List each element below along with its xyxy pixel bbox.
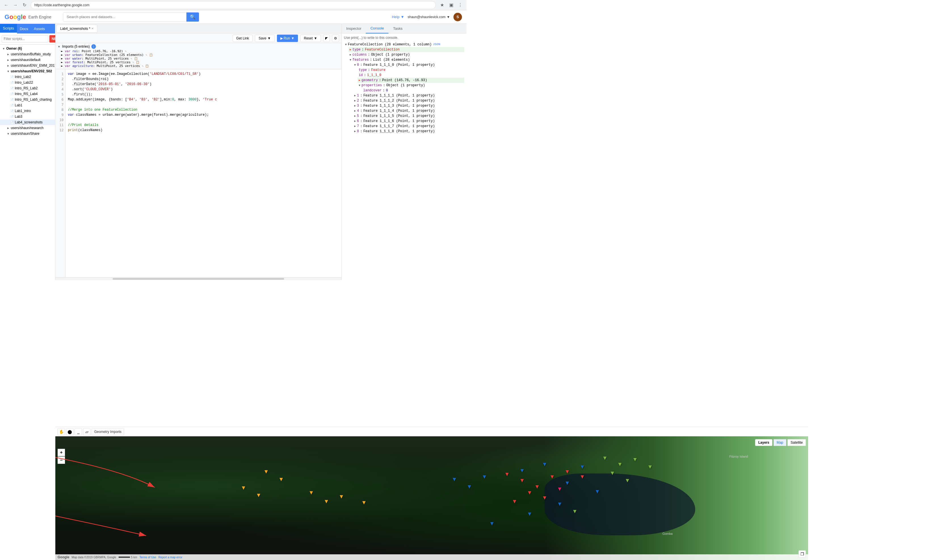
tree-research[interactable]: ► users/shaun/research bbox=[0, 125, 55, 131]
tree-intro-rs-lab2[interactable]: 📄 Intro_RS_Lab2 bbox=[0, 85, 55, 91]
imports-chevron[interactable]: ▼ bbox=[58, 45, 60, 48]
water-edit-icon[interactable]: ✎ bbox=[131, 57, 132, 60]
tree-node-landcover[interactable]: landcover: 0 bbox=[362, 88, 464, 93]
editor-tab-lab4[interactable]: Lab4_screenshots * ✕ bbox=[57, 25, 97, 32]
agriculture-edit-icon[interactable]: ✎ bbox=[142, 65, 143, 68]
search-button[interactable]: 🔍 bbox=[186, 12, 199, 22]
tab-console[interactable]: Console bbox=[366, 24, 388, 34]
tree-val-props: Object (1 property) bbox=[386, 83, 425, 88]
tree-node-f5[interactable]: ► 5: Feature 1_1_1_5 (Point, 1 property) bbox=[353, 114, 464, 118]
tree-node-f4[interactable]: ► 4: Feature 1_1_1_4 (Point, 1 property) bbox=[353, 108, 464, 114]
tree-intro-rs-lab4[interactable]: 📄 Intro_RS_Lab4 bbox=[0, 91, 55, 97]
tree-val-3: Feature 1_1_1_3 (Point, 1 property) bbox=[363, 104, 435, 108]
filter-scripts-input[interactable] bbox=[2, 35, 48, 43]
json-label[interactable]: JSON bbox=[433, 43, 440, 46]
search-input[interactable] bbox=[63, 12, 186, 22]
tree-node-columns[interactable]: ► columns: Object (1 property) bbox=[348, 52, 464, 57]
code-editor[interactable]: 12345 678910 1112 var image = ee.Image(e… bbox=[55, 69, 341, 277]
editor-tabs: Lab4_screenshots * ✕ bbox=[55, 24, 341, 34]
tree-node-type[interactable]: ► type: FeatureCollection bbox=[348, 47, 464, 52]
user-avatar[interactable]: S bbox=[453, 13, 462, 21]
user-email[interactable]: shaun@shaunlevick.com ▼ bbox=[408, 15, 450, 19]
imports-info-icon[interactable]: i bbox=[91, 44, 96, 49]
editor-scrollbar[interactable] bbox=[55, 277, 341, 280]
tree-root-node[interactable]: ▼ FeatureCollection (28 elements, 1 colu… bbox=[344, 42, 464, 47]
tab-docs[interactable]: Docs bbox=[17, 24, 31, 34]
file-icon: 📄 bbox=[10, 104, 14, 107]
header-search[interactable]: 🔍 bbox=[63, 12, 199, 22]
chevron-icon: ► bbox=[7, 126, 10, 130]
tree-val-geom: Point (145.76, -16.93) bbox=[382, 78, 427, 82]
tree-node-feature0-type[interactable]: type: Feature bbox=[357, 68, 464, 72]
code-imports-bar: ▼ Imports (5 entries) i ► var roi: Point… bbox=[55, 43, 341, 69]
tab-inspector[interactable]: Inspector bbox=[342, 24, 366, 34]
forward-button[interactable]: → bbox=[11, 1, 19, 9]
tree-lab1[interactable]: 📄 Lab1 bbox=[0, 102, 55, 108]
tree-lab1-intro[interactable]: 📄 Lab1_intro bbox=[0, 108, 55, 114]
code-text[interactable]: var image = ee.Image(ee.ImageCollection(… bbox=[66, 69, 341, 277]
tree-node-f8[interactable]: ► 8: Feature 1_1_1_8 (Point, 1 property) bbox=[353, 129, 464, 134]
tree-node-feature0[interactable]: ▼ 0: Feature 1_1_1_0 (Point, 1 property) bbox=[353, 62, 464, 68]
tree-node-f6[interactable]: ► 6: Feature 1_1_1_6 (Point, 1 property) bbox=[353, 118, 464, 124]
grid-view-button[interactable]: ◤ bbox=[323, 35, 330, 42]
menu-button[interactable]: ⋮ bbox=[456, 1, 464, 9]
tree-env-emm[interactable]: ► users/shaun/ENV_EMM_2017 bbox=[0, 63, 55, 68]
tree-node-features[interactable]: ▼ features: List (28 elements) bbox=[348, 57, 464, 62]
chevron-icon: ► bbox=[7, 58, 10, 62]
tree-env202[interactable]: ▼ users/shaun/ENV202_502 bbox=[0, 68, 55, 74]
tree-node-f1[interactable]: ► 1: Feature 1_1_1_1 (Point, 1 property) bbox=[353, 93, 464, 98]
reload-button[interactable]: ↻ bbox=[20, 1, 28, 9]
urban-copy-icon[interactable]: 📋 bbox=[149, 53, 152, 57]
tree-intro-lab22[interactable]: 📄 Intro_Lab22 bbox=[0, 80, 55, 85]
tree-lab4-screenshots[interactable]: 📄 Lab4_screenshots bbox=[0, 119, 55, 125]
reset-button[interactable]: Reset ▼ bbox=[300, 35, 321, 42]
file-icon: 📄 bbox=[10, 109, 14, 112]
tree-intro-lab2[interactable]: 📄 Intro_Lab2 bbox=[0, 74, 55, 80]
tree-share[interactable]: ▼ users/shaun/Share bbox=[0, 131, 55, 137]
run-button[interactable]: ▶ Run ▼ bbox=[277, 35, 298, 42]
tree-buffalo-study[interactable]: ► users/shaun/Buffalo_study bbox=[0, 51, 55, 57]
right-panel: Inspector Console Tasks Use print(...) t… bbox=[342, 24, 466, 280]
tab-scripts[interactable]: Scripts bbox=[0, 24, 17, 34]
tree-lab3[interactable]: 📄 Lab3 bbox=[0, 114, 55, 119]
editor-toolbar: Get Link Save ▼ ▶ Run ▼ Reset ▼ ◤ ⚙ bbox=[55, 34, 341, 43]
tree-node-f3[interactable]: ► 3: Feature 1_1_1_3 (Point, 1 property) bbox=[353, 103, 464, 108]
tree-owner-section[interactable]: ▼ Owner (6) bbox=[0, 46, 55, 51]
tree-val-ftype: Feature bbox=[371, 68, 385, 72]
tree-default[interactable]: ► users/shaun/default bbox=[0, 57, 55, 63]
browser-nav: ← → ↻ bbox=[2, 1, 28, 9]
tree-key-7: 7 bbox=[357, 124, 359, 128]
scrollbar-thumb[interactable] bbox=[112, 278, 284, 280]
agriculture-copy-icon[interactable]: 📋 bbox=[145, 65, 149, 68]
expand-icon: ► bbox=[349, 48, 351, 51]
get-link-button[interactable]: Get Link bbox=[232, 35, 253, 42]
water-copy-icon[interactable]: 📋 bbox=[134, 57, 138, 60]
extensions-button[interactable]: ▣ bbox=[447, 1, 455, 9]
left-panel: Scripts Docs Assets NEW ▼ ▼ Owner (6) ► … bbox=[0, 24, 55, 280]
tab-tasks[interactable]: Tasks bbox=[388, 24, 407, 34]
urban-edit-icon[interactable]: ✎ bbox=[146, 53, 147, 57]
tree-node-f7[interactable]: ► 7: Feature 1_1_1_7 (Point, 1 property) bbox=[353, 124, 464, 129]
tree-node-feature0-id[interactable]: id: 1_1_1_0 bbox=[357, 72, 464, 78]
address-bar[interactable]: https://code.earthengine.google.com bbox=[31, 1, 436, 9]
tree-intro-rs-lab5[interactable]: 📄 Intro_RS_Lab5_charting bbox=[0, 97, 55, 102]
url-text: https://code.earthengine.google.com bbox=[34, 3, 89, 7]
back-button[interactable]: ← bbox=[2, 1, 10, 9]
expand-icon: ► bbox=[354, 105, 356, 108]
roi-edit-icon[interactable]: ✎ bbox=[125, 50, 126, 53]
forest-edit-icon[interactable]: ✎ bbox=[132, 61, 134, 64]
feature-collection-label: FeatureCollection (28 elements, 1 column… bbox=[348, 43, 432, 46]
tree-node-feature0-props[interactable]: ▼ properties: Object (1 property) bbox=[357, 83, 464, 88]
forest-copy-icon[interactable]: 📋 bbox=[136, 61, 139, 64]
expand-icon: ► bbox=[354, 120, 356, 123]
save-button[interactable]: Save ▼ bbox=[255, 35, 274, 42]
tree-node-feature0-geom[interactable]: ► geometry: Point (145.76, -16.93) bbox=[357, 78, 464, 83]
console-output: Use print(...) to write to this console.… bbox=[342, 34, 466, 280]
bookmark-button[interactable]: ★ bbox=[438, 1, 446, 9]
help-button[interactable]: Help ▼ bbox=[392, 15, 404, 19]
tab-assets[interactable]: Assets bbox=[31, 24, 48, 34]
settings-button[interactable]: ⚙ bbox=[332, 35, 339, 42]
close-icon[interactable]: ✕ bbox=[91, 27, 94, 30]
tree-node-f2[interactable]: ► 2: Feature 1_1_1_2 (Point, 1 property) bbox=[353, 98, 464, 103]
expand-icon: ► bbox=[354, 115, 356, 118]
